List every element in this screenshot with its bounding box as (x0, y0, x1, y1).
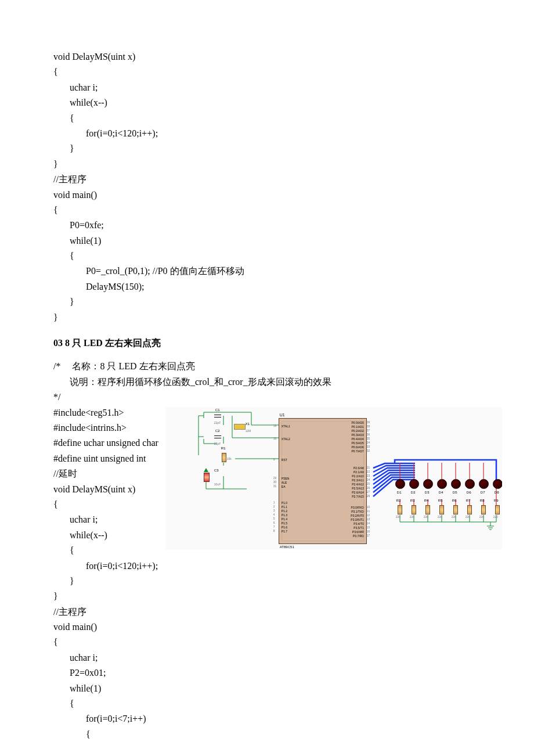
c2-label: C2 (215, 429, 220, 434)
led-label: D3 (425, 490, 430, 496)
pin-number: 17 (367, 533, 370, 538)
led-icon (409, 479, 419, 489)
x1-value: 12M (246, 429, 251, 433)
pin-number: 8 (273, 528, 275, 533)
resistor-label: R9 (494, 498, 499, 504)
pin-number: 19 (273, 423, 277, 428)
r1-value: 10k (227, 456, 232, 461)
led-label: D4 (439, 490, 443, 496)
resistor (495, 505, 500, 514)
pin-number: 18 (273, 436, 277, 441)
led-label: D8 (495, 490, 499, 496)
pin-label: P1.7 (282, 529, 287, 534)
led-icon (493, 479, 502, 489)
resistor-label: R8 (480, 498, 485, 504)
resistor (425, 505, 430, 514)
c1-label: C1 (215, 408, 220, 413)
resistor-value: 220 (438, 514, 442, 519)
chip-name: AT89C51 (280, 545, 294, 550)
section-heading: 03 8 只 LED 左右来回点亮 (53, 336, 481, 351)
u1-label: U1 (280, 412, 285, 419)
crystal-x1 (234, 424, 246, 430)
led-icon (437, 479, 447, 489)
pin-number: 28 (367, 494, 370, 498)
pin-label: EA (282, 484, 286, 489)
code-block-1: void DelayMS(uint x) { uchar i; while(x-… (53, 49, 481, 325)
resistor-value: 220 (466, 514, 470, 519)
cap-c3 (204, 473, 210, 482)
resistor-value: 220 (493, 514, 498, 519)
pin-number: 9 (273, 457, 275, 462)
cap-c2 (214, 435, 221, 438)
circuit-schematic: U1 AT89C51 XTAL119XTAL218RST9PSEN29ALE30… (165, 408, 502, 550)
pin-label: XTAL2 (282, 437, 290, 441)
pin-label: XTAL1 (282, 424, 290, 429)
c1-value: 22pF (214, 420, 221, 425)
resistor-label: R5 (438, 498, 443, 504)
resistor-label: R6 (452, 498, 457, 504)
resistor-label: R7 (466, 498, 471, 504)
resistor (467, 505, 472, 514)
led-label: D2 (411, 490, 416, 496)
led-label: D6 (467, 490, 471, 496)
led-label: D7 (481, 490, 485, 496)
led-icon (395, 479, 405, 489)
c3-label: C3 (214, 468, 219, 474)
code-block-2a: #include<reg51.h> #include<intrins.h> #d… (53, 405, 158, 604)
c3-value: 10uF (214, 482, 221, 487)
resistor-value: 220 (410, 514, 414, 519)
res-r1 (222, 453, 226, 462)
pin-label: P3.7/RD (329, 534, 364, 538)
resistor-value: 220 (424, 514, 428, 519)
led-icon (465, 479, 475, 489)
led-icon (423, 479, 433, 489)
resistor-label: R3 (410, 498, 415, 504)
led-label: D1 (397, 490, 402, 496)
resistor (439, 505, 444, 514)
resistor (481, 505, 486, 514)
led-label: D5 (453, 490, 457, 496)
resistor (453, 505, 458, 514)
comment-block: /* 名称：8 只 LED 左右来回点亮 说明：程序利用循环移位函数_crol_… (53, 359, 481, 405)
pin-number: 32 (367, 448, 370, 453)
pin-label: RST (282, 458, 287, 462)
pin-label: P0.7/AD7 (329, 449, 364, 453)
pin-number: 31 (273, 484, 277, 488)
pin-label: P2.7/A15 (329, 494, 364, 499)
resistor-label: R4 (424, 498, 429, 504)
resistor (412, 505, 416, 514)
resistor-value: 220 (396, 514, 400, 519)
c2-value: 22pF (214, 441, 221, 446)
resistor-label: R2 (396, 498, 401, 504)
cap-c1 (214, 415, 221, 417)
r1-label: R1 (221, 446, 226, 452)
resistor (398, 505, 402, 514)
x1-label: X1 (246, 422, 250, 427)
code-block-2b: //主程序 void main() { uchar i; P2=0x01; wh… (53, 604, 481, 743)
resistor-value: 220 (479, 514, 484, 519)
resistor-value: 220 (452, 514, 456, 519)
led-icon (451, 479, 461, 489)
led-icon (479, 479, 489, 489)
